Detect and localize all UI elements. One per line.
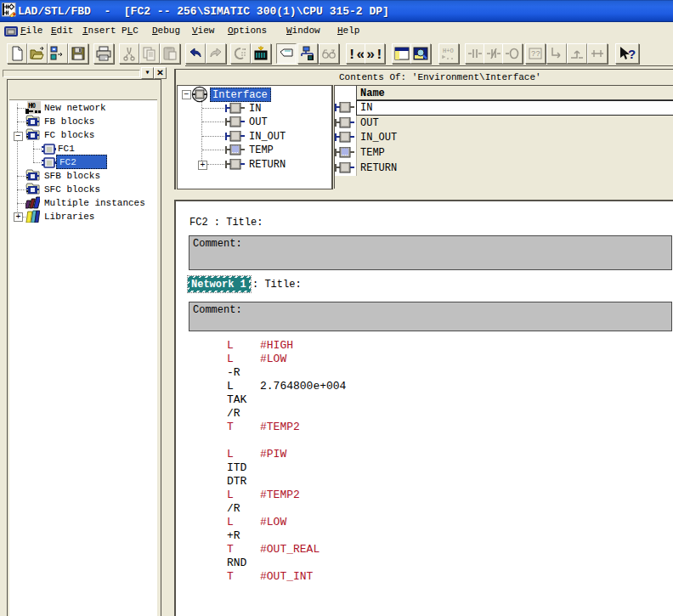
svg-text:?: ? <box>628 47 636 61</box>
svg-text:»!: »! <box>367 47 382 61</box>
svg-text:H+O: H+O <box>443 48 454 54</box>
svg-text:??: ?? <box>531 50 540 59</box>
svg-text:!«: !« <box>348 47 364 61</box>
